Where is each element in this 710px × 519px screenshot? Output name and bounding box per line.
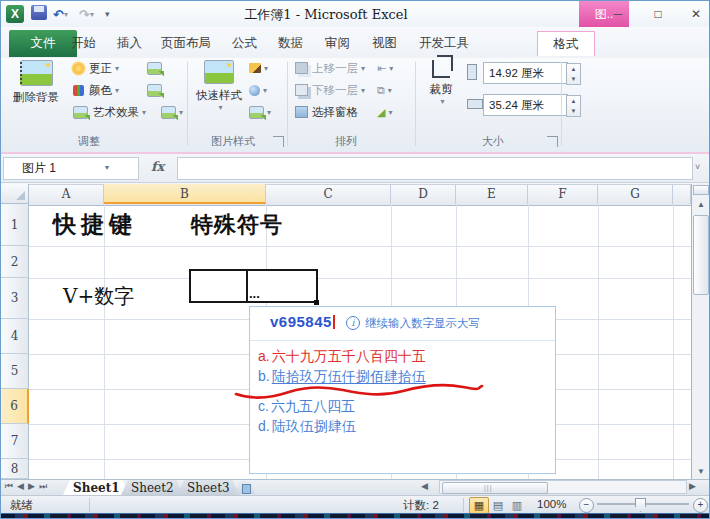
undo-icon[interactable]: ↶▾ bbox=[53, 5, 68, 23]
compress-picture-icon bbox=[147, 62, 162, 75]
redo-icon[interactable]: ↷▾ bbox=[79, 5, 94, 23]
name-box[interactable]: 图片 1 bbox=[3, 157, 139, 180]
formula-bar: 图片 1 ▾ fx ˅ bbox=[1, 154, 710, 183]
change-picture-button[interactable] bbox=[147, 82, 162, 98]
zoom-out-icon[interactable]: − bbox=[579, 498, 594, 513]
view-page-layout-icon[interactable]: ▤ bbox=[488, 497, 508, 514]
row-header-5[interactable]: 5 bbox=[1, 354, 29, 389]
color-icon bbox=[73, 85, 84, 96]
tab-insert[interactable]: 插入 bbox=[107, 31, 152, 55]
tab-developer[interactable]: 开发工具 bbox=[409, 31, 479, 55]
row-header-7[interactable]: 7 bbox=[1, 424, 29, 459]
row-header-4[interactable]: 4 bbox=[1, 319, 29, 354]
remove-background-button[interactable]: 删除背景 bbox=[7, 60, 65, 105]
scroll-down-icon[interactable]: ▼ bbox=[693, 467, 709, 476]
compress-picture-button[interactable] bbox=[147, 60, 162, 76]
chevron-down-icon: ▾ bbox=[142, 108, 146, 117]
row-header-6[interactable]: 6 bbox=[1, 389, 29, 424]
name-box-dropdown-icon[interactable]: ▾ bbox=[105, 163, 109, 172]
color-button[interactable]: 颜色▾ bbox=[73, 82, 119, 98]
vertical-scroll-thumb[interactable] bbox=[693, 215, 709, 295]
chevron-down-icon: ▾ bbox=[179, 108, 183, 117]
tab-formulas[interactable]: 公式 bbox=[222, 31, 267, 55]
corrections-button[interactable]: 更正▾ bbox=[73, 60, 119, 76]
zoom-in-icon[interactable]: + bbox=[693, 498, 708, 513]
chevron-down-icon: ▾ bbox=[388, 108, 392, 117]
artistic-effects-button[interactable]: 艺术效果▾ bbox=[73, 104, 146, 120]
send-backward-icon bbox=[295, 84, 308, 96]
crop-icon bbox=[432, 60, 450, 78]
hscroll-right-icon[interactable]: ▶ bbox=[689, 481, 696, 491]
save-icon[interactable] bbox=[31, 5, 47, 20]
tab-review[interactable]: 审阅 bbox=[315, 31, 360, 55]
tab-format[interactable]: 格式 bbox=[537, 31, 595, 56]
group-separator bbox=[287, 62, 288, 146]
qat-customize-icon[interactable]: ▾ bbox=[105, 5, 110, 23]
ime-candidate-d[interactable]: d.陆玖伍捌肆伍 bbox=[258, 418, 356, 436]
hscroll-left-icon[interactable]: ◀ bbox=[421, 481, 428, 491]
quick-styles-button[interactable]: 快速样式 ▾ bbox=[193, 60, 245, 112]
ime-candidate-a[interactable]: a.六十九万五千八百四十五 bbox=[258, 348, 426, 366]
row-header-2[interactable]: 2 bbox=[1, 246, 29, 278]
ribbon-tab-row: 文件 开始 插入 页面布局 公式 数据 审阅 视图 开发工具 格式 ˄ ? ─ … bbox=[1, 27, 710, 58]
tab-data[interactable]: 数据 bbox=[268, 31, 313, 55]
cell-a1-text: 快捷键 bbox=[53, 209, 137, 240]
chevron-down-icon: ▾ bbox=[115, 64, 119, 73]
shape-height-field[interactable]: 14.92 厘米 ▲▼ bbox=[483, 62, 568, 84]
select-all-corner[interactable] bbox=[1, 184, 29, 204]
selection-pane-button[interactable]: 选择窗格 bbox=[295, 104, 358, 120]
shape-width-field[interactable]: 35.24 厘米 ▲▼ bbox=[483, 94, 568, 116]
sheet-tab-sheet2[interactable]: Sheet2 bbox=[121, 480, 184, 495]
insert-function-icon[interactable]: fx bbox=[151, 159, 164, 174]
panel-divider bbox=[250, 340, 555, 341]
expand-formula-bar-icon[interactable]: ˅ bbox=[695, 162, 700, 172]
height-stepper[interactable]: ▲▼ bbox=[566, 63, 581, 85]
chevron-down-icon: ▾ bbox=[115, 86, 119, 95]
align-button[interactable]: ⇤▾ bbox=[377, 60, 393, 76]
tab-view[interactable]: 视图 bbox=[362, 31, 407, 55]
status-ready: 就绪 bbox=[10, 498, 33, 513]
bring-forward-button[interactable]: 上移一层▾ bbox=[295, 60, 365, 76]
minimize-button[interactable]: ─ bbox=[607, 5, 629, 23]
picture-layout-button[interactable]: ▾ bbox=[249, 104, 271, 120]
group-label-adjust: 调整 bbox=[56, 134, 122, 149]
maximize-button[interactable]: □ bbox=[647, 5, 669, 23]
group-separator bbox=[561, 62, 562, 146]
group-objects-button[interactable]: ⧉▾ bbox=[377, 82, 392, 98]
ime-input-text: v695845 bbox=[270, 313, 335, 330]
dialog-launcher-icon[interactable] bbox=[273, 136, 284, 147]
width-stepper[interactable]: ▲▼ bbox=[566, 95, 581, 117]
split-box[interactable] bbox=[693, 185, 709, 195]
picture-border-button[interactable]: ▾ bbox=[249, 60, 268, 76]
chevron-down-icon: ▾ bbox=[267, 108, 271, 117]
align-icon: ⇤ bbox=[377, 62, 386, 75]
view-page-break-icon[interactable]: ▥ bbox=[507, 497, 527, 514]
separator bbox=[89, 498, 90, 512]
reset-picture-button[interactable]: ▾ bbox=[161, 104, 183, 120]
tab-home[interactable]: 开始 bbox=[61, 31, 106, 55]
rotate-button[interactable]: ◢▾ bbox=[377, 104, 392, 120]
group-separator bbox=[415, 62, 416, 146]
sheet-tab-sheet3[interactable]: Sheet3 bbox=[177, 480, 240, 495]
ime-composition-ellipsis: ... bbox=[249, 286, 260, 301]
group-objects-icon: ⧉ bbox=[377, 84, 385, 97]
row-header-3[interactable]: 3 bbox=[1, 278, 29, 319]
window-title: 工作簿1 - Microsoft Excel bbox=[181, 6, 471, 24]
fill-handle[interactable] bbox=[314, 300, 319, 305]
row-header-1[interactable]: 1 bbox=[1, 204, 29, 246]
scroll-up-icon[interactable]: ▲ bbox=[693, 200, 709, 209]
sheet-navigation-icons[interactable]: ⏮◀▶⏭ bbox=[5, 481, 51, 492]
view-normal-icon[interactable]: ▦ bbox=[469, 497, 489, 514]
horizontal-scroll-thumb[interactable] bbox=[442, 482, 548, 494]
tab-page-layout[interactable]: 页面布局 bbox=[151, 31, 221, 55]
sheet-tab-sheet1[interactable]: Sheet1 bbox=[63, 480, 130, 495]
picture-effects-button[interactable]: ▾ bbox=[249, 82, 267, 98]
row-header-8[interactable]: 8 bbox=[1, 459, 29, 479]
close-button[interactable]: ✕ bbox=[685, 5, 707, 23]
formula-input[interactable] bbox=[177, 157, 693, 180]
dialog-launcher-icon[interactable] bbox=[547, 136, 558, 147]
send-backward-button[interactable]: 下移一层▾ bbox=[295, 82, 365, 98]
selection-pane-icon bbox=[295, 106, 308, 118]
chevron-down-icon: ▾ bbox=[388, 86, 392, 95]
crop-button[interactable]: 裁剪 ▾ bbox=[421, 60, 461, 106]
